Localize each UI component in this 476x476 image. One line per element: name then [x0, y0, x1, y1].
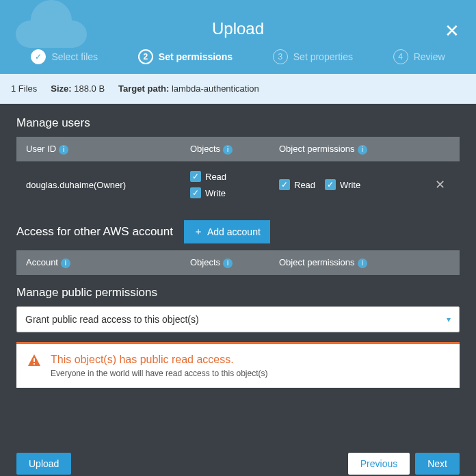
- checkbox-perm-read[interactable]: ✓: [279, 179, 290, 190]
- file-info-bar: 1 Files Size: 188.0 B Target path: lambd…: [0, 74, 476, 104]
- add-account-button[interactable]: ＋Add account: [184, 220, 270, 243]
- info-icon[interactable]: i: [59, 145, 68, 155]
- path-value: lambda-authentication: [172, 83, 259, 94]
- users-table-header: User IDi Objectsi Object permissionsi: [16, 137, 460, 161]
- manage-users-title: Manage users: [16, 116, 460, 130]
- info-icon[interactable]: i: [358, 145, 367, 155]
- user-row: douglas.duhaime(Owner) ✓Read ✓Write ✓Rea…: [16, 161, 460, 208]
- public-perms-title: Manage public permissions: [16, 286, 460, 300]
- checkbox-perm-write[interactable]: ✓: [325, 179, 336, 190]
- col-objects: Objects: [190, 257, 220, 267]
- col-account: Account: [26, 257, 58, 267]
- checkbox-obj-write[interactable]: ✓: [190, 187, 201, 198]
- alert-title: This object(s) has public read access.: [51, 354, 449, 366]
- step-review[interactable]: 4Review: [393, 49, 445, 64]
- close-icon[interactable]: ✕: [445, 21, 460, 42]
- other-account-title: Access for other AWS account: [16, 225, 173, 239]
- footer-bar: Upload Previous Next: [0, 445, 476, 476]
- add-btn-label: Add account: [207, 226, 261, 237]
- step-number: 4: [393, 49, 408, 64]
- chk-label: Write: [205, 188, 226, 198]
- size-label: Size:: [51, 83, 71, 94]
- col-permissions: Object permissions: [279, 257, 355, 267]
- step-set-properties[interactable]: 3Set properties: [273, 49, 353, 64]
- alert-subtitle: Everyone in the world will have read acc…: [51, 369, 449, 378]
- checkbox-obj-read[interactable]: ✓: [190, 171, 201, 182]
- svg-rect-0: [34, 358, 35, 362]
- next-button[interactable]: Next: [415, 453, 460, 475]
- svg-rect-1: [34, 363, 35, 365]
- chk-label: Read: [294, 180, 315, 190]
- warning-icon: [27, 354, 41, 367]
- col-objects: Objects: [190, 144, 220, 154]
- path-label: Target path:: [118, 83, 169, 94]
- chk-label: Write: [340, 180, 360, 190]
- step-number: 2: [138, 49, 153, 64]
- info-icon[interactable]: i: [223, 145, 233, 155]
- info-icon[interactable]: i: [61, 259, 70, 268]
- select-value: Grant public read access to this object(…: [25, 314, 199, 325]
- plus-icon: ＋: [194, 226, 203, 238]
- delete-row-icon[interactable]: ✕: [435, 178, 445, 191]
- col-permissions: Object permissions: [279, 144, 355, 154]
- accounts-table-header: Accounti Objectsi Object permissionsi: [16, 250, 460, 275]
- file-count: 1 Files: [11, 83, 37, 94]
- info-icon[interactable]: i: [358, 259, 367, 268]
- upload-button[interactable]: Upload: [16, 453, 71, 475]
- size-value: 188.0 B: [74, 83, 105, 94]
- check-icon: ✓: [31, 49, 46, 64]
- public-permissions-select[interactable]: Grant public read access to this object(…: [16, 306, 460, 332]
- col-user-id: User ID: [26, 144, 56, 154]
- step-label: Set permissions: [159, 51, 233, 62]
- steps-nav: ✓Select files 2Set permissions 3Set prop…: [0, 42, 476, 71]
- previous-button[interactable]: Previous: [348, 453, 410, 475]
- step-label: Set properties: [293, 51, 353, 62]
- step-set-permissions[interactable]: 2Set permissions: [138, 49, 233, 64]
- public-access-alert: This object(s) has public read access. E…: [16, 342, 460, 388]
- step-label: Select files: [51, 51, 98, 62]
- step-number: 3: [273, 49, 288, 64]
- info-icon[interactable]: i: [223, 259, 233, 268]
- step-label: Review: [414, 51, 445, 62]
- chk-label: Read: [205, 172, 226, 182]
- chevron-down-icon: ▾: [447, 315, 451, 324]
- user-id-value: douglas.duhaime(Owner): [26, 180, 190, 190]
- step-select-files[interactable]: ✓Select files: [31, 49, 98, 64]
